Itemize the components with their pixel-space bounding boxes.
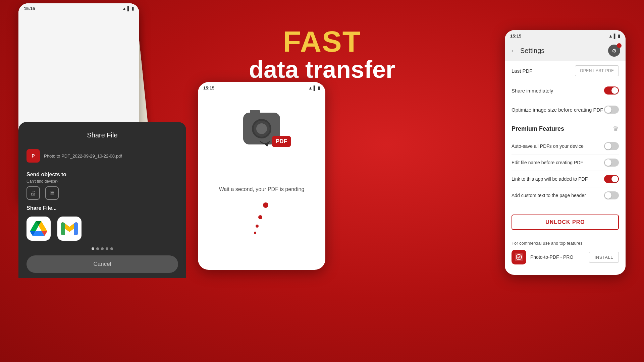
share-dialog-title: Share File [26, 131, 178, 139]
center-phone: 15:15 ▲ ▌ ▮ [198, 82, 325, 277]
settings-status-icons: ▲ ▌ ▮ [608, 34, 620, 39]
commercial-label: For commercial use and top features [512, 241, 619, 246]
center-phone-frame: 15:15 ▲ ▌ ▮ [198, 82, 325, 270]
status-time: 15:15 [24, 6, 35, 11]
pagination-dots [26, 247, 178, 250]
commercial-section: For commercial use and top features Phot… [505, 235, 626, 270]
center-signal-icon: ▌ [314, 85, 317, 90]
center-wifi-icon: ▲ [308, 85, 313, 90]
send-objects-title: Send objects to [26, 172, 178, 178]
cancel-button[interactable]: Cancel [26, 255, 178, 273]
center-battery-icon: ▮ [318, 85, 320, 90]
edit-filename-label: Edit file name before creating PDF [512, 160, 604, 165]
center-status-icons: ▲ ▌ ▮ [308, 85, 320, 90]
settings-frame: 15:15 ▲ ▌ ▮ ← Settings ⚙ Last PDF OPEN L… [505, 30, 626, 275]
premium-section: Premium Features ♛ Auto-save all PDFs on… [505, 119, 626, 209]
optimize-image-row: Optimize image size before creating PDF [505, 100, 626, 119]
settings-gear-icon[interactable]: ⚙ [608, 45, 620, 57]
left-phone: ☰ Dear Mr. Valencia Lorem ipsum dolor si… [18, 3, 159, 278]
fast-label: FAST [249, 27, 395, 56]
pro-app-row: Photo-to-PDF - PRO INSTALL [512, 250, 619, 264]
settings-battery-icon: ▮ [618, 34, 620, 39]
link-to-app-row: Link to this app will be added to PDF [512, 171, 619, 187]
dot-2 [96, 247, 99, 250]
settings-status-bar: 15:15 ▲ ▌ ▮ [505, 30, 626, 41]
pdf-badge: PDF [272, 136, 291, 147]
status-icons: ▲ ▌ ▮ [122, 6, 134, 11]
signal-icon: ▌ [127, 6, 130, 11]
loading-animation [259, 206, 264, 233]
loading-dot-4 [254, 232, 256, 234]
pro-app-name: Photo-to-PDF - PRO [530, 254, 585, 260]
crown-icon: ♛ [613, 125, 619, 133]
arrow-icon [258, 134, 272, 148]
subtitle-label: data transfer [249, 56, 395, 83]
install-button[interactable]: INSTALL [589, 252, 619, 263]
dot-3 [101, 247, 104, 250]
custom-text-label: Add custom text to the page header [512, 193, 604, 198]
cant-find-label: Can't find device? [26, 179, 178, 184]
toggle-thumb [611, 87, 618, 94]
settings-status-time: 15:15 [510, 34, 521, 39]
pending-text: Wait a second, your PDF is pending [219, 186, 305, 192]
right-phone: 15:15 ▲ ▌ ▮ ← Settings ⚙ Last PDF OPEN L… [505, 30, 626, 275]
dot-4 [106, 247, 108, 250]
custom-text-row: Add custom text to the page header [512, 187, 619, 203]
pro-app-icon [512, 250, 526, 264]
gmail-icon[interactable] [57, 217, 82, 241]
center-phone-status: 15:15 ▲ ▌ ▮ [198, 82, 325, 93]
auto-save-row: Auto-save all PDFs on your device [512, 138, 619, 155]
loading-dot-3 [256, 225, 259, 228]
unlock-pro-button[interactable]: UNLOCK PRO [512, 215, 619, 230]
edit-filename-toggle[interactable] [604, 159, 619, 167]
send-icons: 🖨 🖥 [26, 186, 178, 200]
settings-wifi-icon: ▲ [608, 34, 613, 39]
link-to-app-toggle[interactable] [604, 175, 619, 183]
share-file-label: Share File... [26, 205, 178, 211]
settings-header-left: ← Settings [510, 47, 544, 55]
open-last-pdf-button[interactable]: OPEN LAST PDF [575, 65, 619, 76]
share-immediately-toggle[interactable] [604, 86, 619, 95]
last-pdf-label: Last PDF [512, 68, 533, 74]
optimize-image-label: Optimize image size before creating PDF [512, 107, 603, 113]
share-immediately-row: Share immediately [505, 81, 626, 100]
pdf-scanner-logo: PDF [238, 113, 285, 156]
wifi-icon: ▲ [122, 6, 126, 11]
premium-title: Premium Features [512, 125, 564, 132]
auto-save-toggle[interactable] [604, 142, 619, 150]
loading-dot-1 [263, 202, 268, 208]
phone-status-bar: 15:15 ▲ ▌ ▮ [18, 3, 139, 12]
back-arrow-icon[interactable]: ← [510, 47, 517, 55]
custom-text-toggle[interactable] [604, 191, 619, 199]
battery-icon: ▮ [131, 6, 134, 11]
auto-save-label: Auto-save all PDFs on your device [512, 143, 604, 149]
optimize-toggle-thumb [605, 106, 611, 113]
app-icons-row [26, 217, 178, 241]
pdf-icon: P [26, 149, 40, 163]
loading-dot-2 [258, 215, 262, 219]
settings-signal-icon: ▌ [614, 34, 617, 39]
edit-filename-row: Edit file name before creating PDF [512, 155, 619, 171]
settings-title: Settings [520, 47, 544, 55]
share-file-item: P Photo to PDF_2022-09-29_10-22-08.pdf [26, 146, 178, 166]
settings-header: ← Settings ⚙ [505, 41, 626, 61]
center-phone-content: PDF Wait a second, your PDF is pending [198, 93, 325, 246]
gear-badge [617, 43, 622, 48]
hero-text: FAST data transfer [249, 27, 395, 83]
dot-1 [92, 247, 94, 250]
share-dialog: Share File P Photo to PDF_2022-09-29_10-… [18, 122, 186, 278]
share-immediately-label: Share immediately [512, 88, 553, 94]
file-name: Photo to PDF_2022-09-29_10-22-08.pdf [44, 154, 122, 159]
link-to-app-label: Link to this app will be added to PDF [512, 176, 604, 182]
dot-5 [110, 247, 113, 250]
google-drive-icon[interactable] [26, 217, 51, 241]
printer-icon[interactable]: 🖨 [26, 186, 40, 200]
center-status-time: 15:15 [203, 85, 214, 90]
last-pdf-row: Last PDF OPEN LAST PDF [505, 61, 626, 81]
monitor-icon[interactable]: 🖥 [45, 186, 59, 200]
optimize-image-toggle[interactable] [604, 106, 619, 114]
premium-header: Premium Features ♛ [512, 125, 619, 133]
send-objects-section: Send objects to Can't find device? 🖨 🖥 [26, 172, 178, 200]
settings-content: Last PDF OPEN LAST PDF Share immediately… [505, 61, 626, 270]
